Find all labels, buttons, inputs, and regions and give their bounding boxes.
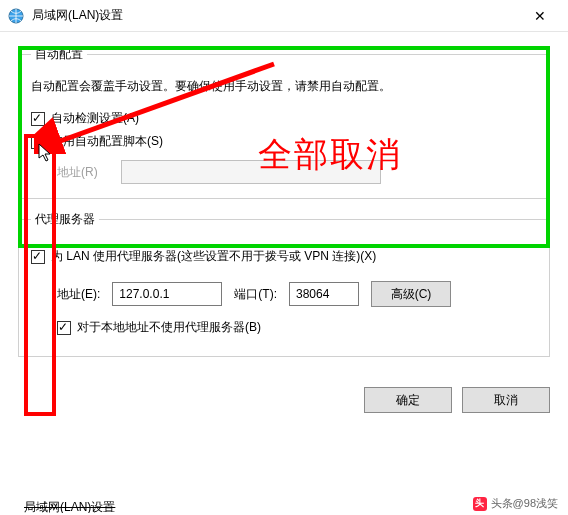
proxy-address-label: 地址(E): xyxy=(57,286,100,303)
bypass-local-label: 对于本地地址不使用代理服务器(B) xyxy=(77,319,261,336)
auto-config-legend: 自动配置 xyxy=(31,46,87,63)
proxy-port-label: 端口(T): xyxy=(234,286,277,303)
proxy-group: 代理服务器 为 LAN 使用代理服务器(这些设置不用于拨号或 VPN 连接)(X… xyxy=(18,211,550,357)
proxy-legend: 代理服务器 xyxy=(31,211,99,228)
close-button[interactable]: ✕ xyxy=(520,2,560,30)
window-title: 局域网(LAN)设置 xyxy=(32,7,520,24)
use-script-checkbox[interactable] xyxy=(31,135,45,149)
auto-config-description: 自动配置会覆盖手动设置。要确保使用手动设置，请禁用自动配置。 xyxy=(31,77,537,96)
script-address-label: 地址(R) xyxy=(57,164,111,181)
use-proxy-label: 为 LAN 使用代理服务器(这些设置不用于拨号或 VPN 连接)(X) xyxy=(51,248,376,265)
script-address-row: 地址(R) xyxy=(57,160,537,184)
watermark-icon: 头 xyxy=(473,497,487,511)
watermark-text: 头条@98浅笑 xyxy=(491,496,558,511)
auto-detect-checkbox[interactable] xyxy=(31,112,45,126)
script-address-input xyxy=(121,160,381,184)
truncated-next-dialog: 局域网(LAN)设置 xyxy=(24,499,164,513)
proxy-port-input[interactable] xyxy=(289,282,359,306)
watermark: 头 头条@98浅笑 xyxy=(473,496,558,511)
proxy-address-input[interactable] xyxy=(112,282,222,306)
auto-config-group: 自动配置 自动配置会覆盖手动设置。要确保使用手动设置，请禁用自动配置。 自动检测… xyxy=(18,46,550,199)
globe-icon xyxy=(8,8,24,24)
auto-detect-label: 自动检测设置(A) xyxy=(51,110,139,127)
use-script-label: 使用自动配置脚本(S) xyxy=(51,133,163,150)
use-proxy-checkbox[interactable] xyxy=(31,250,45,264)
ok-button[interactable]: 确定 xyxy=(364,387,452,413)
proxy-fields: 地址(E): 端口(T): 高级(C) xyxy=(57,281,537,307)
bypass-local-checkbox[interactable] xyxy=(57,321,71,335)
dialog-body: 自动配置 自动配置会覆盖手动设置。要确保使用手动设置，请禁用自动配置。 自动检测… xyxy=(0,32,568,379)
titlebar: 局域网(LAN)设置 ✕ xyxy=(0,0,568,32)
cancel-button[interactable]: 取消 xyxy=(462,387,550,413)
advanced-button[interactable]: 高级(C) xyxy=(371,281,451,307)
use-script-row: 使用自动配置脚本(S) xyxy=(31,133,537,150)
bypass-local-row: 对于本地地址不使用代理服务器(B) xyxy=(57,319,537,336)
use-proxy-row: 为 LAN 使用代理服务器(这些设置不用于拨号或 VPN 连接)(X) xyxy=(31,248,537,265)
auto-detect-row: 自动检测设置(A) xyxy=(31,110,537,127)
dialog-footer: 确定 取消 xyxy=(0,379,568,427)
